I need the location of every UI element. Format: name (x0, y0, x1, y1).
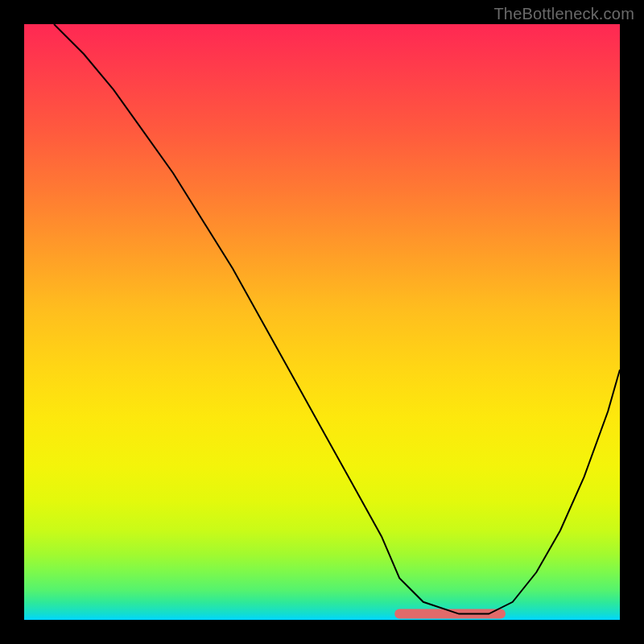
bottleneck-curve (54, 24, 620, 614)
chart-frame: TheBottleneck.com (0, 0, 644, 644)
plot-viewport (24, 24, 620, 620)
watermark-text: TheBottleneck.com (493, 5, 634, 23)
chart-overlay (24, 24, 620, 620)
